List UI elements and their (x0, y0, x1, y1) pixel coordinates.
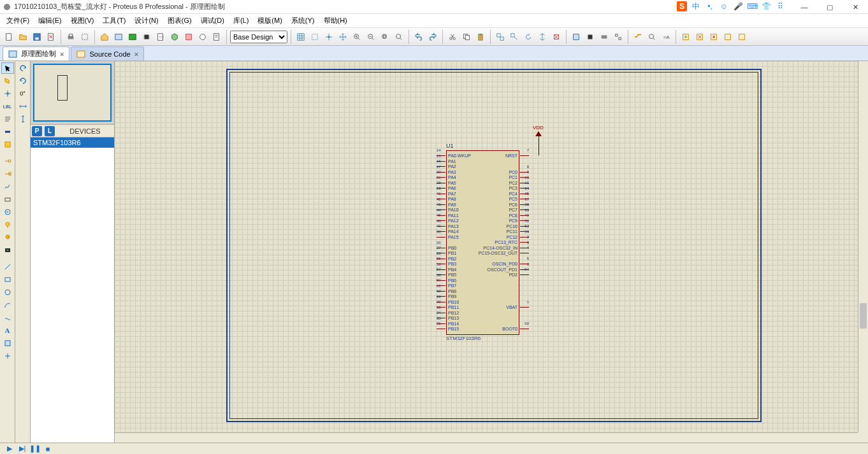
remove-sheet-icon[interactable] (693, 31, 706, 43)
block-delete-icon[interactable] (550, 31, 563, 43)
path-2d-icon[interactable] (1, 312, 14, 323)
paste-icon[interactable] (474, 31, 487, 43)
zoom-in-icon[interactable] (351, 31, 363, 43)
design-explorer-icon[interactable] (721, 31, 734, 43)
open-file-icon[interactable] (17, 31, 29, 43)
copy-icon[interactable] (460, 31, 473, 43)
ime-tool-icon[interactable]: ⠿ (775, 1, 785, 11)
text-mode-icon[interactable] (1, 113, 14, 125)
pin-PD2[interactable]: 54PD2 (520, 273, 529, 277)
make-device-icon[interactable] (584, 31, 597, 43)
circle-2d-icon[interactable] (1, 287, 14, 298)
chip-icon[interactable] (140, 31, 153, 43)
pick-devices-button[interactable]: P (32, 126, 42, 136)
junction-mode-icon[interactable] (1, 88, 14, 99)
menu-edit[interactable]: 编辑(E) (34, 15, 66, 27)
component-mode-icon[interactable] (1, 75, 14, 87)
menu-file[interactable]: 文件(F) (3, 15, 33, 27)
zoom-fit-icon[interactable] (379, 31, 391, 43)
instrument-mode-icon[interactable] (1, 245, 14, 256)
rotation-angle[interactable]: 0° (17, 88, 29, 99)
package-icon[interactable] (598, 31, 611, 43)
probe-v-mode-icon[interactable] (1, 219, 14, 231)
snap-icon[interactable] (308, 31, 321, 43)
line-2d-icon[interactable] (1, 261, 14, 273)
flip-horizontal-icon[interactable] (17, 101, 29, 112)
ime-skin-icon[interactable]: 👕 (761, 1, 771, 11)
design-variant-select[interactable]: Base Design (230, 31, 287, 43)
scrollbar-thumb[interactable] (860, 303, 867, 329)
overview-window[interactable] (31, 61, 114, 125)
box-2d-icon[interactable] (1, 274, 14, 285)
code-icon[interactable]: </> (154, 31, 167, 43)
component-u1[interactable]: U1 14PA0-WKUP15PA116PA217PA320PA421PA522… (446, 150, 519, 335)
explorer-icon[interactable] (196, 31, 209, 43)
menu-system[interactable]: 系统(Y) (287, 15, 319, 27)
grid-toggle-icon[interactable] (294, 31, 307, 43)
bus-mode-icon[interactable] (1, 126, 14, 138)
tab-source-code[interactable]: Source Code × (71, 46, 144, 60)
zoom-area-icon[interactable] (393, 31, 405, 43)
close-file-icon[interactable] (45, 31, 57, 43)
pin-VBAT[interactable]: 1VBAT (520, 305, 529, 309)
ime-emoji-icon[interactable]: ☺ (719, 1, 729, 11)
terminal-mode-icon[interactable] (1, 155, 14, 167)
print-icon[interactable] (64, 31, 77, 43)
pin-PB15[interactable]: 36PB15 (437, 327, 445, 331)
select-mode-icon[interactable] (1, 62, 14, 74)
vdd-terminal[interactable]: VDD (535, 131, 542, 155)
menu-help[interactable]: 帮助(H) (320, 15, 351, 27)
menu-chart[interactable]: 图表(G) (164, 15, 196, 27)
tab-close-icon[interactable]: × (134, 50, 138, 58)
generator-mode-icon[interactable] (1, 206, 14, 218)
graph-mode-icon[interactable] (1, 181, 14, 192)
undo-icon[interactable] (412, 31, 425, 43)
devices-list[interactable]: STM32F103R6 (31, 138, 114, 443)
menu-design[interactable]: 设计(N) (131, 15, 162, 27)
vertical-scrollbar[interactable] (858, 61, 868, 432)
save-icon[interactable] (31, 31, 43, 43)
menu-view[interactable]: 视图(V) (67, 15, 98, 27)
gerber-icon[interactable] (182, 31, 195, 43)
tab-close-icon[interactable]: × (60, 50, 64, 58)
zoom-out-icon[interactable] (365, 31, 377, 43)
schematic-canvas[interactable]: VDD U1 14PA0-WKUP15PA116PA217PA320PA421P… (115, 61, 868, 443)
origin-icon[interactable] (322, 31, 335, 43)
goto-sheet-icon[interactable] (707, 31, 720, 43)
tab-schematic[interactable]: 原理图绘制 × (3, 46, 69, 60)
device-item[interactable]: STM32F103R6 (31, 138, 114, 148)
subcircuit-mode-icon[interactable] (1, 139, 14, 150)
rotate-ccw-icon[interactable] (17, 75, 29, 87)
cut-icon[interactable] (446, 31, 459, 43)
bom-report-icon[interactable] (735, 31, 748, 43)
pin-BOOT0[interactable]: 60BOOT0 (520, 327, 529, 331)
block-copy-icon[interactable] (494, 31, 507, 43)
block-rotate-icon[interactable] (522, 31, 535, 43)
flip-vertical-icon[interactable] (17, 113, 29, 125)
new-sheet-icon[interactable] (679, 31, 692, 43)
menu-tool[interactable]: 工具(T) (99, 15, 129, 27)
home-icon[interactable] (98, 31, 111, 43)
pin-PA15[interactable]: 50PA15 (437, 235, 445, 239)
close-button[interactable]: ✕ (843, 0, 868, 14)
stop-button[interactable]: ■ (42, 444, 54, 453)
pcb-icon[interactable] (126, 31, 139, 43)
text-2d-icon[interactable]: A (1, 325, 14, 336)
menu-debug[interactable]: 调试(D) (197, 15, 228, 27)
rotate-cw-icon[interactable] (17, 62, 29, 74)
ime-lang-icon[interactable]: 中 (691, 1, 701, 11)
wire-autoroute-icon[interactable] (632, 31, 644, 43)
horizontal-scrollbar[interactable] (115, 432, 858, 443)
ime-mic-icon[interactable]: 🎤 (733, 1, 743, 11)
step-button[interactable]: ▶| (17, 444, 28, 453)
decompose-icon[interactable] (612, 31, 625, 43)
sogou-icon[interactable]: S (677, 1, 687, 11)
probe-i-mode-icon[interactable] (1, 232, 14, 243)
pick-icon[interactable] (570, 31, 582, 43)
pin-mode-icon[interactable] (1, 168, 14, 180)
redo-icon[interactable] (426, 31, 439, 43)
ime-punct-icon[interactable]: •, (705, 1, 715, 11)
area-icon[interactable] (78, 31, 91, 43)
marker-2d-icon[interactable] (1, 350, 14, 362)
pin-NRST[interactable]: 7NRST (520, 153, 529, 158)
